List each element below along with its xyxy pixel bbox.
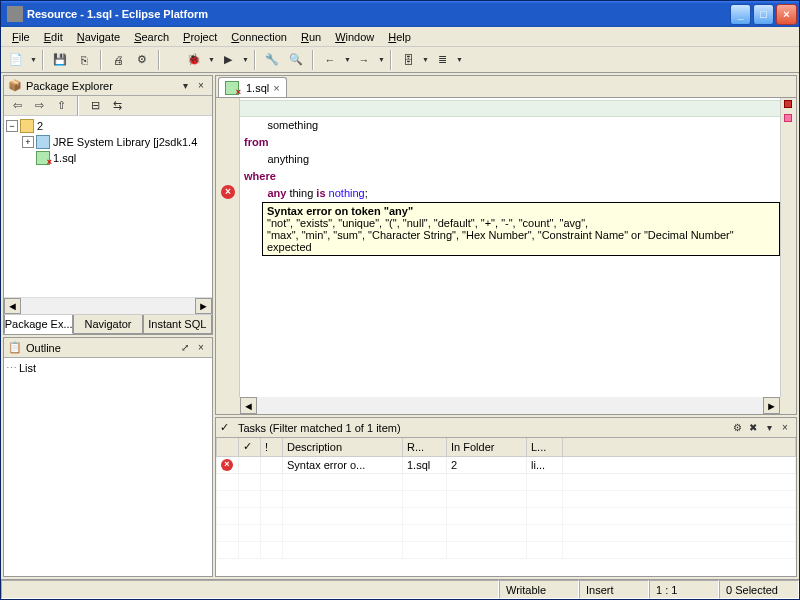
menu-window[interactable]: Window [328, 29, 381, 45]
app-icon [7, 6, 23, 22]
tree-file-sql[interactable]: 1.sql [6, 150, 210, 166]
view-menu-button[interactable]: ▾ [178, 79, 192, 93]
editor-tab[interactable]: 1.sql × [218, 77, 287, 97]
menu-project[interactable]: Project [176, 29, 224, 45]
status-position: 1 : 1 [649, 580, 719, 599]
col-priority[interactable]: ! [261, 438, 283, 456]
editor-tab-close[interactable]: × [273, 82, 279, 94]
menu-navigate[interactable]: Navigate [70, 29, 127, 45]
ext-tools-button[interactable]: 🔧 [261, 49, 283, 71]
maximize-button[interactable]: □ [753, 4, 774, 25]
build-button[interactable]: ⚙ [131, 49, 153, 71]
nav-fwd-button[interactable]: → [353, 49, 375, 71]
save-button[interactable]: 💾 [49, 49, 71, 71]
search-button[interactable]: 🔍 [285, 49, 307, 71]
menu-edit[interactable]: Edit [37, 29, 70, 45]
tasks-view: ✓ Tasks (Filter matched 1 of 1 item) ⚙ ✖… [215, 417, 797, 577]
tab-package-explorer[interactable]: Package Ex... [4, 315, 73, 334]
editor-view: 1.sql × × select something from anything… [215, 75, 797, 415]
menu-run[interactable]: Run [294, 29, 328, 45]
tasks-remove-button[interactable]: ✖ [746, 421, 760, 435]
link-editor-icon[interactable]: ⇆ [108, 97, 126, 115]
tasks-filter-button[interactable]: ⚙ [730, 421, 744, 435]
menu-help[interactable]: Help [381, 29, 418, 45]
outline-sort-button[interactable]: ⤢ [178, 341, 192, 355]
overview-error-mark[interactable] [784, 114, 792, 122]
package-explorer-title: Package Explorer [26, 80, 176, 92]
outline-title: Outline [26, 342, 176, 354]
tasks-icon: ✓ [220, 421, 234, 435]
tab-instant-sql[interactable]: Instant SQL [143, 315, 212, 334]
error-icon: × [221, 459, 233, 471]
tree-project[interactable]: −2 [6, 118, 210, 134]
tree-library[interactable]: +JRE System Library [j2sdk1.4 [6, 134, 210, 150]
sql-file-icon [225, 81, 239, 95]
editor-hscroll[interactable]: ◄► [216, 397, 796, 414]
run-button[interactable]: ▶ [217, 49, 239, 71]
save-all-button[interactable]: ⎘ [73, 49, 95, 71]
view-close-button[interactable]: × [194, 79, 208, 93]
overview-error-summary[interactable] [784, 100, 792, 108]
titlebar: Resource - 1.sql - Eclipse Platform _ □ … [1, 1, 799, 27]
menu-search[interactable]: Search [127, 29, 176, 45]
db-button[interactable]: 🗄 [397, 49, 419, 71]
pkg-hscroll[interactable]: ◄► [4, 297, 212, 314]
print-button[interactable]: 🖨 [107, 49, 129, 71]
main-toolbar: 📄▼ 💾 ⎘ 🖨 ⚙ 🐞▼ ▶▼ 🔧 🔍 ←▼ →▼ 🗄▼ ≣▼ [1, 47, 799, 73]
outline-close-button[interactable]: × [194, 341, 208, 355]
package-explorer-view: 📦 Package Explorer ▾ × ⇦ ⇨ ⇧ ⊟ ⇆ −2 [3, 75, 213, 335]
outline-item[interactable]: ⋯List [6, 360, 210, 376]
task-row[interactable]: × Syntax error o... 1.sql 2 li... [217, 456, 796, 473]
status-selected: 0 Selected [719, 580, 799, 599]
editor-gutter: × [216, 98, 240, 397]
col-location[interactable]: L... [527, 438, 563, 456]
tasks-menu-button[interactable]: ▾ [762, 421, 776, 435]
statusbar: Writable Insert 1 : 1 0 Selected [1, 579, 799, 599]
outline-icon: 📋 [8, 341, 22, 355]
window-title: Resource - 1.sql - Eclipse Platform [27, 8, 730, 20]
tasks-table: ✓ ! Description R... In Folder L... × [216, 438, 796, 559]
col-icon[interactable] [217, 438, 239, 456]
overview-ruler[interactable] [780, 98, 796, 397]
menu-connection[interactable]: Connection [224, 29, 294, 45]
status-writable: Writable [499, 580, 579, 599]
col-description[interactable]: Description [283, 438, 403, 456]
error-tooltip: Syntax error on token "any" "not", "exis… [262, 202, 780, 256]
minimize-button[interactable]: _ [730, 4, 751, 25]
debug-button[interactable]: 🐞 [183, 49, 205, 71]
status-insert: Insert [579, 580, 649, 599]
col-done[interactable]: ✓ [239, 438, 261, 456]
col-resource[interactable]: R... [403, 438, 447, 456]
tasks-close-button[interactable]: × [778, 421, 792, 435]
close-button[interactable]: × [776, 4, 797, 25]
new-button[interactable]: 📄 [5, 49, 27, 71]
up-icon[interactable]: ⇧ [52, 97, 70, 115]
menu-file[interactable]: File [5, 29, 37, 45]
tab-navigator[interactable]: Navigator [73, 315, 142, 334]
collapse-icon[interactable]: ⊟ [86, 97, 104, 115]
nav-back-button[interactable]: ← [319, 49, 341, 71]
forward-icon[interactable]: ⇨ [30, 97, 48, 115]
back-icon[interactable]: ⇦ [8, 97, 26, 115]
editor-text-area[interactable]: select something from anything where any… [240, 98, 780, 397]
outline-view: 📋 Outline ⤢ × ⋯List [3, 337, 213, 577]
error-marker-icon[interactable]: × [221, 185, 235, 199]
col-folder[interactable]: In Folder [447, 438, 527, 456]
menubar: FileEditNavigateSearchProjectConnectionR… [1, 27, 799, 47]
package-explorer-icon: 📦 [8, 79, 22, 93]
sql-button[interactable]: ≣ [431, 49, 453, 71]
tasks-title: Tasks (Filter matched 1 of 1 item) [238, 422, 728, 434]
